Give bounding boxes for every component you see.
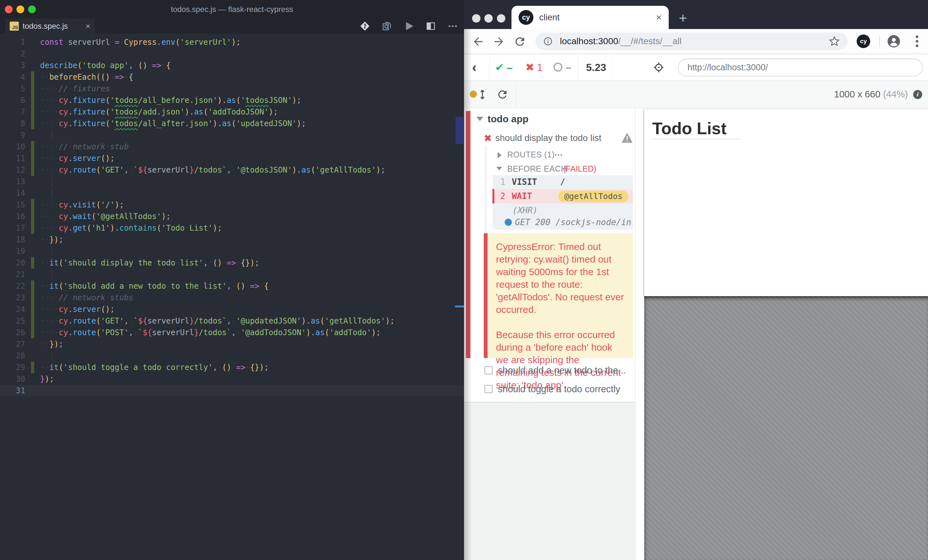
editor-tab[interactable]: JS todos.spec.js × xyxy=(5,19,95,33)
code-line[interactable]: 26····cy.route('POST',·`${serverUrl}/tod… xyxy=(0,327,464,338)
vscode-tabbar: JS todos.spec.js × xyxy=(0,19,464,33)
address-url[interactable]: localhost:3000/__/#/tests/__all xyxy=(560,36,829,46)
code-line[interactable]: 6····cy.fixture('todos/all_before.json')… xyxy=(0,94,464,106)
chrome-titlebar[interactable]: cy client × + xyxy=(464,0,928,29)
code-line[interactable]: 13 │ xyxy=(0,176,464,187)
browser-menu-icon[interactable]: ••• xyxy=(910,35,924,48)
resize-arrows-icon[interactable] xyxy=(478,89,487,100)
passed-stat[interactable]: ✔ -- xyxy=(495,54,512,81)
code-line[interactable]: 22··it('should·add·a·new·todo·to·the·lis… xyxy=(0,280,464,292)
search-editor-icon[interactable] xyxy=(382,21,392,32)
git-gutter-marker xyxy=(31,187,34,199)
code-line[interactable]: 8····cy.fixture('todos/all_after.json').… xyxy=(0,118,464,129)
code-line[interactable]: 16····cy.wait('@getAllTodos'); xyxy=(0,211,464,222)
route-alias-badge[interactable]: @getAllTodos xyxy=(558,191,628,202)
code-line[interactable]: 9 │ xyxy=(0,129,464,141)
vscode-titlebar[interactable]: todos.spec.js — flask-react-cypress xyxy=(0,0,464,19)
code-line[interactable]: 11····cy.server(); xyxy=(0,152,464,164)
restart-tests-icon[interactable] xyxy=(496,88,508,100)
code-line[interactable]: 21 │ xyxy=(0,269,464,280)
close-window-icon[interactable] xyxy=(472,14,481,23)
before-each-section[interactable]: BEFORE EACH (FAILED) xyxy=(464,164,635,176)
new-tab-button[interactable]: + xyxy=(676,12,690,26)
command-row-wait[interactable]: 2WAIT @getAllTodos xyxy=(492,189,633,204)
code-line[interactable]: 20··it('should·display·the·todo·list',·(… xyxy=(0,257,464,269)
failed-test-title[interactable]: should display the todo list xyxy=(495,133,601,143)
code-line[interactable]: 24····cy.server(); xyxy=(0,304,464,315)
code-line[interactable]: 7····cy.fixture('todos/add.json').as('ad… xyxy=(0,106,464,118)
code-line[interactable]: 18··}); xyxy=(0,234,464,245)
more-actions-icon[interactable] xyxy=(447,21,458,32)
back-to-tests-icon[interactable]: ‹ xyxy=(469,60,480,75)
pending-stat[interactable]: -- xyxy=(553,54,571,81)
code-line[interactable]: 19 │ xyxy=(0,245,464,257)
close-tab-icon[interactable]: × xyxy=(85,21,90,31)
routes-section[interactable]: ROUTES (1) ⋯ xyxy=(464,150,635,161)
pending-test-row[interactable]: should toggle a todo correctly xyxy=(464,383,635,396)
code-line[interactable]: 27··}); xyxy=(0,338,464,350)
selector-playground-icon[interactable] xyxy=(653,62,664,73)
code-text: const·serverUrl·=·Cypress.env('serverUrl… xyxy=(40,38,241,47)
code-line[interactable]: 12····cy.route('GET',·`${serverUrl}/todo… xyxy=(0,164,464,176)
command-number: 1 xyxy=(492,175,505,189)
routes-label[interactable]: ROUTES (1) xyxy=(507,150,555,159)
profile-avatar[interactable] xyxy=(887,35,901,48)
pending-test-title[interactable]: should add a new todo to the... xyxy=(498,365,626,376)
code-line[interactable]: 25····cy.route('GET',·`${serverUrl}/todo… xyxy=(0,315,464,327)
viewport-info[interactable]: 1000 x 660 (44%) xyxy=(834,81,908,108)
code-line[interactable]: 29··it('should·toggle·a·todo·correctly',… xyxy=(0,362,464,373)
zoom-window-icon[interactable] xyxy=(497,14,505,23)
run-icon[interactable] xyxy=(403,21,414,32)
suite-row[interactable]: todo app xyxy=(464,114,635,126)
collapse-hook-icon[interactable] xyxy=(496,167,502,170)
code-line[interactable]: 15····cy.visit('/'); xyxy=(0,199,464,211)
code-text: ····cy.fixture('todos/add.json').as('add… xyxy=(40,107,278,116)
viewport-info-icon[interactable]: i xyxy=(913,90,922,99)
minimize-window-icon[interactable] xyxy=(484,14,493,23)
code-line[interactable]: 5····//·fixtures xyxy=(0,83,464,94)
pending-test-title[interactable]: should toggle a todo correctly xyxy=(498,384,620,394)
command-row-visit[interactable]: 1VISIT / xyxy=(492,175,633,189)
xhr-log[interactable]: (XHR) GET 200 /sockjs-node/info… xyxy=(492,204,633,230)
suite-title[interactable]: todo app xyxy=(488,114,528,125)
failed-test-row[interactable]: ✖ should display the todo list xyxy=(464,132,635,145)
git-icon[interactable] xyxy=(359,21,370,32)
routes-menu-icon[interactable]: ⋯ xyxy=(554,150,563,159)
collapse-suite-icon[interactable] xyxy=(476,117,483,121)
pending-test-row[interactable]: should add a new todo to the... xyxy=(464,365,635,377)
split-editor-icon[interactable] xyxy=(425,21,436,32)
cypress-favicon: cy xyxy=(519,10,533,25)
code-line[interactable]: 30}); xyxy=(0,373,464,385)
page-info-icon[interactable] xyxy=(543,37,553,46)
reload-icon[interactable] xyxy=(513,35,526,48)
bookmark-star-icon[interactable] xyxy=(829,36,840,47)
error-message-box[interactable]: CypressError: Timed out retrying: cy.wai… xyxy=(484,233,633,358)
back-icon[interactable] xyxy=(472,35,485,48)
code-line[interactable]: 1const·serverUrl·=·Cypress.env('serverUr… xyxy=(0,37,464,48)
code-line[interactable]: 23····//·network·stubs xyxy=(0,292,464,304)
code-lines: 1const·serverUrl·=·Cypress.env('serverUr… xyxy=(0,37,464,396)
warning-icon[interactable] xyxy=(621,132,633,143)
code-line[interactable]: 3describe('todo·app',·()·=>·{ xyxy=(0,60,464,71)
close-tab-icon[interactable]: × xyxy=(656,12,662,23)
aut-url-bar[interactable]: http://localhost:3000/ xyxy=(678,58,923,76)
code-line[interactable]: 28 │ xyxy=(0,350,464,362)
overview-ruler[interactable] xyxy=(455,67,464,560)
code-editor[interactable]: 1const·serverUrl·=·Cypress.env('serverUr… xyxy=(0,33,464,560)
command-name: WAIT xyxy=(512,191,532,201)
forward-icon[interactable] xyxy=(492,35,505,48)
error-paragraph: Because this error occurred during a 'be… xyxy=(496,329,624,391)
code-line[interactable]: 10····//·network·stub xyxy=(0,141,464,152)
code-line[interactable]: 17····cy.get('h1').contains('Todo·List')… xyxy=(0,222,464,234)
address-bar[interactable]: localhost:3000/__/#/tests/__all xyxy=(535,33,848,50)
code-line[interactable]: 4··beforeEach(()·=>·{ xyxy=(0,71,464,83)
code-line[interactable]: 14 │ xyxy=(0,187,464,199)
expand-routes-icon[interactable] xyxy=(498,152,501,158)
code-line[interactable]: 2 xyxy=(0,48,464,60)
xhr-request[interactable]: GET 200 /sockjs-node/info… xyxy=(505,216,631,229)
code-line[interactable]: 31 xyxy=(0,385,464,396)
browser-tab[interactable]: cy client × xyxy=(511,6,669,29)
cypress-extension-icon[interactable]: cy xyxy=(857,35,870,48)
failed-stat[interactable]: ✖ 1 xyxy=(525,54,543,81)
aut-iframe[interactable]: Todo List xyxy=(644,109,928,296)
